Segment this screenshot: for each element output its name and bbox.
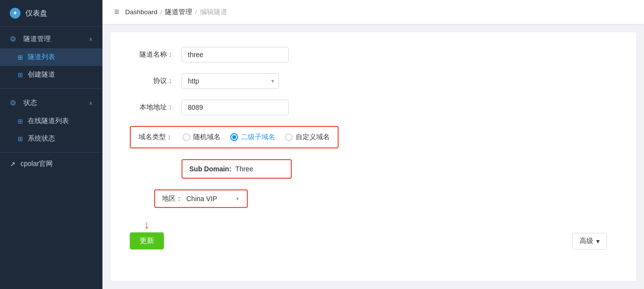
menu-toggle-icon[interactable]: ≡ [114, 7, 120, 17]
status-gear-icon: ⚙ [10, 99, 19, 107]
domain-type-radio-group: 随机域名 二级子域名 自定义域名 [182, 133, 330, 142]
sidebar-divider-2 [0, 152, 102, 153]
external-link-icon: ↗ [10, 160, 16, 168]
custom-domain-radio[interactable] [285, 133, 293, 141]
create-tunnel-label: 创建隧道 [28, 70, 55, 79]
tunnel-management-label: 隧道管理 [23, 35, 51, 43]
protocol-select[interactable]: http https tcp udp [181, 73, 279, 89]
region-select[interactable]: China VIP China Global [186, 195, 240, 203]
sidebar-item-online-tunnels[interactable]: ⊞ 在线隧道列表 [0, 112, 102, 130]
protocol-label: 协议： [130, 77, 174, 85]
breadcrumb-edit-tunnel: 编辑隧道 [200, 8, 227, 17]
sidebar-item-tunnel-list[interactable]: ⊞ 隧道列表 [0, 48, 102, 66]
sidebar-logo: ✦ 仪表盘 [0, 0, 102, 27]
status-header[interactable]: ⚙ 状态 ∧ [0, 94, 102, 112]
breadcrumb-tunnel-management[interactable]: 隧道管理 [165, 8, 192, 17]
random-domain-option[interactable]: 随机域名 [182, 133, 221, 142]
advanced-button[interactable]: 高级 ▾ [572, 233, 607, 249]
grid-icon-2: ⊞ [18, 71, 23, 79]
region-row: 地区： China VIP China Global [130, 189, 617, 208]
local-address-label: 本地地址： [130, 103, 174, 112]
dashboard-icon: ✦ [10, 8, 20, 19]
protocol-row: 协议： http https tcp udp [130, 73, 617, 89]
subdomain-box: Sub Domain: [181, 159, 292, 179]
cpolar-label: cpolar官网 [20, 160, 53, 168]
update-button[interactable]: 更新 [130, 232, 164, 249]
topbar: ≡ Dashboard / 隧道管理 / 编辑隧道 [102, 0, 644, 24]
main-content: ≡ Dashboard / 隧道管理 / 编辑隧道 隧道名称： 协议： http… [102, 0, 644, 289]
breadcrumb-sep-1: / [161, 8, 162, 16]
tunnel-name-input[interactable] [181, 47, 289, 62]
custom-domain-label: 自定义域名 [296, 133, 330, 142]
protocol-select-wrapper: http https tcp udp [181, 73, 279, 89]
advanced-chevron-icon: ▾ [596, 237, 600, 245]
gear-icon: ⚙ [10, 35, 19, 43]
sidebar-item-create-tunnel[interactable]: ⊞ 创建隧道 [0, 66, 102, 83]
chevron-up-icon: ∧ [89, 36, 93, 42]
system-status-label: 系统状态 [28, 134, 55, 143]
update-group: ↓ 更新 [130, 219, 164, 249]
sidebar-item-system-status[interactable]: ⊞ 系统状态 [0, 130, 102, 147]
status-label: 状态 [23, 99, 37, 107]
grid-icon-4: ⊞ [18, 135, 23, 143]
chevron-up-icon-2: ∧ [89, 100, 93, 106]
online-tunnels-label: 在线隧道列表 [28, 117, 69, 125]
random-domain-label: 随机域名 [193, 133, 221, 142]
breadcrumb: Dashboard / 隧道管理 / 编辑隧道 [125, 8, 228, 17]
breadcrumb-dashboard[interactable]: Dashboard [125, 8, 158, 16]
bottom-actions: ↓ 更新 高级 ▾ [130, 219, 617, 249]
local-address-input[interactable] [181, 100, 289, 115]
tunnel-list-label: 隧道列表 [28, 53, 55, 62]
domain-type-row: 域名类型： 随机域名 二级子域名 自定义域名 [130, 126, 617, 148]
tunnel-name-label: 隧道名称： [130, 50, 174, 59]
sidebar-status-group: ⚙ 状态 ∧ ⊞ 在线隧道列表 ⊞ 系统状态 [0, 91, 102, 150]
subdomain-label: Sub Domain: [189, 165, 231, 173]
sidebar-item-cpolar[interactable]: ↗ cpolar官网 [0, 155, 102, 173]
sidebar: ✦ 仪表盘 ⚙ 隧道管理 ∧ ⊞ 隧道列表 ⊞ 创建隧道 ⚙ 状态 ∧ [0, 0, 102, 289]
subdomain-option-label: 二级子域名 [241, 133, 275, 142]
breadcrumb-sep-2: / [195, 8, 197, 16]
custom-domain-option[interactable]: 自定义域名 [285, 133, 330, 142]
region-box: 地区： China VIP China Global [154, 189, 248, 208]
region-select-wrapper: China VIP China Global [186, 194, 240, 203]
local-address-row: 本地地址： [130, 100, 617, 115]
grid-icon-3: ⊞ [18, 118, 23, 125]
sidebar-title: 仪表盘 [25, 9, 47, 18]
grid-icon: ⊞ [18, 54, 23, 61]
subdomain-row: Sub Domain: [130, 159, 617, 179]
tunnel-name-row: 隧道名称： [130, 47, 617, 62]
subdomain-input[interactable] [235, 165, 284, 173]
sidebar-tunnel-group: ⚙ 隧道管理 ∧ ⊞ 隧道列表 ⊞ 创建隧道 [0, 27, 102, 86]
domain-type-box: 域名类型： 随机域名 二级子域名 自定义域名 [130, 126, 339, 148]
sidebar-divider-1 [0, 88, 102, 89]
region-label: 地区： [162, 194, 182, 203]
domain-type-label: 域名类型： [139, 133, 173, 142]
down-arrow-icon: ↓ [144, 219, 150, 230]
random-domain-radio[interactable] [182, 133, 190, 141]
tunnel-management-header[interactable]: ⚙ 隧道管理 ∧ [0, 30, 102, 48]
edit-tunnel-form: 隧道名称： 协议： http https tcp udp 本地地址： 域名类型 [110, 32, 636, 281]
subdomain-radio[interactable] [230, 133, 238, 141]
advanced-label: 高级 [580, 237, 593, 246]
subdomain-option[interactable]: 二级子域名 [230, 133, 275, 142]
